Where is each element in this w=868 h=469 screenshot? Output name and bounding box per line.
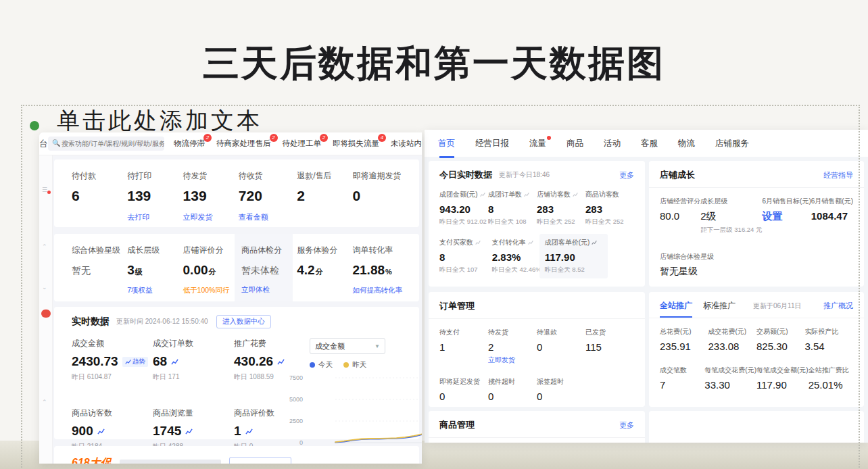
stat-shop-visitors: 店铺访客数 283 昨日全天 252 xyxy=(537,190,585,226)
chart-icon[interactable] xyxy=(97,428,105,435)
stat-spend-per-deal: 每笔成交花费(元) 33.30 xyxy=(704,366,756,391)
benefits-link[interactable]: 7项权益 xyxy=(127,286,183,295)
stat-product-check: 商品体检分 暂未体检 立即体检 xyxy=(235,234,293,301)
badge: 2 xyxy=(203,134,212,142)
realtime-data-card: 实时数据 更新时间 2024-06-12 15:50:40 进入数据中心 成交金… xyxy=(54,307,419,439)
nav-ticket-pending[interactable]: 待处理工单 2 xyxy=(283,139,322,149)
stat-shop-rating: 店铺评价分 0.00分 低于100%同行 xyxy=(183,245,241,301)
sidebar-expand-icon[interactable]: ⌄ xyxy=(42,284,47,291)
today-realtime-card: 今日实时数据 更新于今日18:46 更多 成团金额(元) 943.20 昨日全天… xyxy=(429,161,645,287)
stat-growth-level: 成长层级 2级 距下一层级 316.24 元 xyxy=(700,197,762,234)
chart-icon[interactable] xyxy=(185,428,193,435)
chart-icon[interactable] xyxy=(277,358,285,366)
stat-to-refund: 待退款 0 xyxy=(537,328,585,365)
sidebar-collapse-icon[interactable]: ⌃ xyxy=(42,243,47,250)
stat-total-spend: 总花费(元) 235.91 xyxy=(660,327,708,352)
stat-growth-level: 成长层级 3级 7项权益 xyxy=(127,245,183,301)
tab-daily-report[interactable]: 经营日报 xyxy=(475,138,509,149)
chart-icon xyxy=(524,192,529,197)
tab-sitewide-promo[interactable]: 全站推广 xyxy=(660,300,692,312)
below-peers-link[interactable]: 低于100%同行 xyxy=(183,286,241,295)
tab-activity[interactable]: 活动 xyxy=(604,138,621,149)
stat-to-pay: 待支付 1 xyxy=(439,328,488,365)
stat-promo-cost-ratio: 全站推广费比 25.01% xyxy=(809,366,853,391)
sidebar-more-icon[interactable]: ⌃ xyxy=(42,399,47,405)
tab-goods[interactable]: 商品 xyxy=(566,138,583,149)
chart-icon[interactable] xyxy=(171,358,178,366)
realtime-updated: 更新时间 2024-06-12 15:50:40 xyxy=(116,317,208,326)
metric-ad-spend: 推广花费 430.26 昨日 1088.59 xyxy=(234,338,308,391)
legend-yesterday[interactable]: 昨天 xyxy=(343,360,366,370)
promotion-card: 全站推广 标准推广 更新于06月11日 推广概况 总花费(元) 235.91 成… xyxy=(649,292,864,407)
badge: 2 xyxy=(270,134,278,142)
ship-now-link[interactable]: 立即发货 xyxy=(488,355,537,365)
search-input[interactable] xyxy=(48,137,164,151)
stat-avg-order-value: 成团客单价(元) 117.90 昨日全天 8.52 xyxy=(539,234,608,278)
go-print-link[interactable]: 去打印 xyxy=(127,212,183,222)
tab-standard-promo[interactable]: 标准推广 xyxy=(703,300,736,312)
stat-pending-pay: 待付款 6 xyxy=(72,170,127,227)
badge: 2 xyxy=(320,134,328,142)
promo-overview-link[interactable]: 推广概况 xyxy=(823,301,853,311)
search-icon: 🔍 xyxy=(52,139,60,147)
chart-icon xyxy=(573,192,578,197)
badge: 4 xyxy=(378,134,386,142)
sidebar-notify-dot xyxy=(47,191,51,194)
stat-overdue-ship: 即将逾期发货 0 xyxy=(352,170,414,227)
tab-shop-services[interactable]: 店铺服务 xyxy=(715,138,749,149)
stat-delay-ship: 即将延迟发货 0 xyxy=(439,377,488,402)
sidebar-menu-icon[interactable]: ☰ xyxy=(42,187,47,193)
improve-conversion-link[interactable]: 如何提高转化率 xyxy=(352,286,414,295)
shop-experience-card: 综合体验星级 暂无 成长层级 3级 7项权益 店铺评价分 0.00分 低于100… xyxy=(54,234,419,301)
stat-refund: 退款/售后 2 xyxy=(297,170,352,227)
realtime-metrics: 成交金额 2430.73 趋势 昨日 6104.87 成交订单数 68 昨日 1… xyxy=(72,338,308,460)
stat-pickup-timeout: 揽件超时 0 xyxy=(488,377,537,402)
trend-badge[interactable]: 趋势 xyxy=(122,357,148,367)
order-management-card: 订单管理 待支付 1 待发货 2 立即发货 待退款 0 已发货 115 即 xyxy=(429,292,645,407)
workbench-window: 台 🔍 物流停滞 2 待商家处理售后 2 待处理工单 2 即将损失流量 4 未读… xyxy=(39,132,422,464)
workbench-sidebar: ☰ ⌃ ⌄ ⌃ xyxy=(39,155,53,464)
chart-icon xyxy=(480,192,485,197)
metric-orders: 成交订单数 68 昨日 171 xyxy=(153,338,234,391)
stat-inquiry-conversion: 询单转化率 21.88% 如何提高转化率 xyxy=(352,245,414,301)
promo-618-button[interactable] xyxy=(229,457,291,464)
set-target-link[interactable]: 设置 xyxy=(763,210,811,223)
more-link[interactable]: 更多 xyxy=(619,420,634,430)
tab-service[interactable]: 客服 xyxy=(641,138,658,149)
legend-today[interactable]: 今天 xyxy=(310,360,333,370)
data-center-button[interactable]: 进入数据中心 xyxy=(216,315,271,328)
nav-logistics-stalled[interactable]: 物流停滞 2 xyxy=(174,139,205,149)
stat-experience-star: 店铺综合体验星级 暂无星级 xyxy=(660,252,853,278)
search-box[interactable]: 🔍 xyxy=(48,137,164,151)
metric-select[interactable]: 成交金额 ▼ xyxy=(310,338,385,354)
nav-unread-messages[interactable]: 未读站内信 66 xyxy=(391,139,422,149)
line-chart-plot: 7500 5000 2500 0 xyxy=(310,372,410,452)
stat-item-visitors: 商品访客数 283 昨日全天 252 xyxy=(585,190,634,226)
chart-icon xyxy=(528,240,533,245)
stat-group-amount: 成团金额(元) 943.20 昨日全天 912.02 xyxy=(439,190,488,226)
realtime-chart-svg xyxy=(333,372,422,448)
ship-now-link[interactable]: 立即发货 xyxy=(183,212,239,222)
more-link[interactable]: 更多 xyxy=(619,170,634,180)
nav-aftersale-pending[interactable]: 待商家处理售后 2 xyxy=(216,139,271,149)
realtime-chart: 成交金额 ▼ 今天 昨天 7500 5000 2500 0 xyxy=(310,338,410,460)
guide-link[interactable]: 经营指导 xyxy=(823,170,853,180)
stat-sales-target: 6月销售目标(元) 设置 xyxy=(763,197,811,234)
stat-to-ship: 待发货 2 立即发货 xyxy=(488,328,537,365)
stat-service-score: 服务体验分 4.2分 xyxy=(297,245,352,301)
chart-icon[interactable] xyxy=(245,428,253,435)
nav-traffic-loss[interactable]: 即将损失流量 4 xyxy=(333,139,379,149)
tab-traffic[interactable]: 流量 xyxy=(529,138,546,149)
chart-icon xyxy=(475,240,481,245)
legend-dot-yesterday xyxy=(343,362,349,368)
notify-dot xyxy=(547,136,551,140)
stat-paying-buyers: 支付买家数 8 昨日全天 107 xyxy=(439,238,492,274)
view-amount-link[interactable]: 查看金额 xyxy=(239,212,297,222)
bullet-dot xyxy=(30,121,39,130)
legend-dot-today xyxy=(310,362,315,368)
chart-legend: 今天 昨天 xyxy=(310,360,410,370)
tab-logistics[interactable]: 物流 xyxy=(678,138,695,149)
shop-growth-card: 店铺成长 经营指导 店铺经营评分 80.0 成长层级 2级 距下一层级 316.… xyxy=(649,161,864,287)
tab-home[interactable]: 首页 xyxy=(438,138,455,149)
check-now-link[interactable]: 立即体检 xyxy=(241,285,293,295)
